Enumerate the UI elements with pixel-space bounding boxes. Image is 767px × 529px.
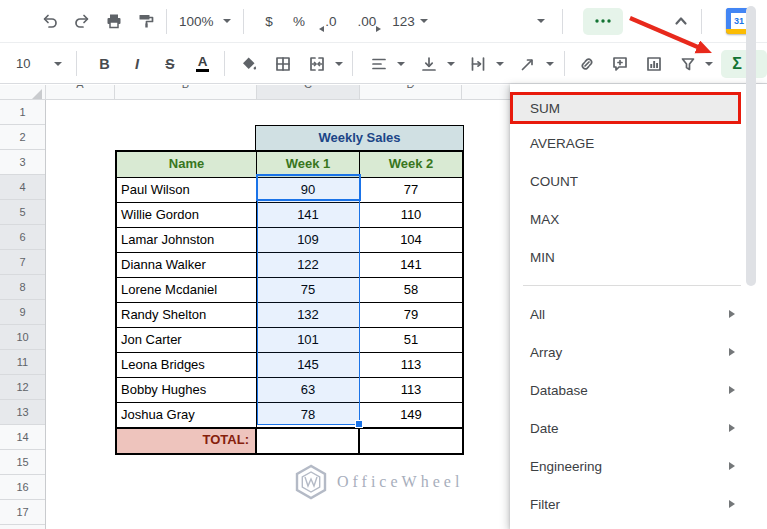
- category-menu-item[interactable]: Engineering: [510, 447, 767, 485]
- zoom-select[interactable]: 100%: [173, 6, 237, 36]
- cell-week1[interactable]: 145: [257, 353, 360, 378]
- cell-name[interactable]: Jon Carter: [117, 328, 257, 353]
- functions-button[interactable]: Σ: [721, 50, 767, 78]
- paint-format-button[interactable]: [132, 6, 160, 36]
- cell-name[interactable]: Bobby Hughes: [117, 378, 257, 403]
- cell-name[interactable]: Randy Shelton: [117, 303, 257, 328]
- cell-week2[interactable]: 113: [360, 378, 462, 403]
- row-header[interactable]: 7: [0, 250, 45, 275]
- cell-week2[interactable]: 141: [360, 253, 462, 278]
- text-color-button[interactable]: A: [189, 49, 217, 79]
- borders-button[interactable]: [269, 49, 297, 79]
- create-filter-button[interactable]: [674, 49, 702, 79]
- header-cell-week1[interactable]: Week 1: [257, 152, 360, 178]
- function-menu-item[interactable]: SUM: [510, 92, 741, 124]
- cell-week2[interactable]: 104: [360, 228, 462, 253]
- total-week1-cell[interactable]: [257, 429, 360, 453]
- category-menu-item[interactable]: All: [510, 295, 767, 333]
- table-title-cell[interactable]: Weekly Sales: [255, 125, 464, 151]
- column-header-e[interactable]: [462, 85, 510, 99]
- italic-button[interactable]: I: [123, 49, 151, 79]
- column-header-a[interactable]: A: [46, 85, 115, 99]
- cell-week2[interactable]: 149: [360, 403, 462, 428]
- row-header[interactable]: 4: [0, 175, 45, 200]
- redo-button[interactable]: [68, 6, 96, 36]
- row-header[interactable]: 8: [0, 275, 45, 300]
- insert-link-button[interactable]: [573, 49, 601, 79]
- category-menu-item[interactable]: Filter: [510, 485, 767, 523]
- row-header[interactable]: 15: [0, 450, 45, 475]
- text-rotation-button[interactable]: [514, 49, 542, 79]
- font-menu-button[interactable]: [532, 6, 550, 36]
- cell-week1[interactable]: 101: [257, 328, 360, 353]
- percent-format-button[interactable]: %: [286, 6, 312, 36]
- more-options-button[interactable]: [583, 8, 623, 35]
- category-menu-item[interactable]: Array: [510, 333, 767, 371]
- horizontal-align-button[interactable]: [365, 49, 393, 79]
- category-menu-item[interactable]: Date: [510, 409, 767, 447]
- column-header-b[interactable]: B: [115, 85, 257, 99]
- cell-week1[interactable]: 122: [257, 253, 360, 278]
- horizontal-align-menu-button[interactable]: [393, 49, 409, 79]
- select-all-corner[interactable]: [0, 85, 46, 99]
- cell-name[interactable]: Leona Bridges: [117, 353, 257, 378]
- total-label-cell[interactable]: TOTAL:: [117, 429, 257, 453]
- cell-week1[interactable]: 109: [257, 228, 360, 253]
- cell-week2[interactable]: 58: [360, 278, 462, 303]
- header-cell-name[interactable]: Name: [117, 152, 257, 178]
- cell-week1[interactable]: 132: [257, 303, 360, 328]
- text-wrap-menu-button[interactable]: [492, 49, 508, 79]
- merge-cells-button[interactable]: [303, 49, 331, 79]
- cell-week2[interactable]: 79: [360, 303, 462, 328]
- row-header[interactable]: 2: [0, 125, 45, 150]
- total-week2-cell[interactable]: [360, 429, 462, 453]
- cell-week2[interactable]: 110: [360, 203, 462, 228]
- print-button[interactable]: [100, 6, 128, 36]
- function-menu-item[interactable]: AVERAGE: [510, 124, 767, 162]
- text-rotation-menu-button[interactable]: [542, 49, 558, 79]
- cell-week2[interactable]: 113: [360, 353, 462, 378]
- row-header[interactable]: 11: [0, 350, 45, 375]
- function-menu-item[interactable]: MIN: [510, 238, 767, 276]
- cell-week2[interactable]: 51: [360, 328, 462, 353]
- increase-decimal-button[interactable]: .00: [350, 6, 384, 36]
- insert-comment-button[interactable]: [606, 49, 634, 79]
- cell-week1[interactable]: 75: [257, 278, 360, 303]
- cell-week1[interactable]: 63: [257, 378, 360, 403]
- cell-week1[interactable]: 141: [257, 203, 360, 228]
- cell-week1[interactable]: 90: [257, 178, 360, 203]
- row-header[interactable]: 17: [0, 500, 45, 525]
- menu-scrollbar-thumb[interactable]: [746, 6, 756, 286]
- header-cell-week2[interactable]: Week 2: [360, 152, 462, 178]
- row-header[interactable]: 12: [0, 375, 45, 400]
- text-wrap-button[interactable]: [465, 49, 493, 79]
- column-header-c[interactable]: C: [257, 85, 360, 99]
- row-header[interactable]: 1: [0, 100, 45, 125]
- currency-format-button[interactable]: $: [256, 6, 282, 36]
- row-header[interactable]: 14: [0, 425, 45, 450]
- row-header[interactable]: 6: [0, 225, 45, 250]
- cell-week1[interactable]: 78: [257, 403, 360, 428]
- row-header[interactable]: 3: [0, 150, 45, 175]
- undo-button[interactable]: [36, 6, 64, 36]
- number-format-button[interactable]: 123: [388, 6, 432, 36]
- column-header-d[interactable]: D: [360, 85, 462, 99]
- row-header[interactable]: 16: [0, 475, 45, 500]
- strikethrough-button[interactable]: S: [156, 49, 184, 79]
- insert-chart-button[interactable]: [640, 49, 668, 79]
- row-header[interactable]: 10: [0, 325, 45, 350]
- function-menu-item[interactable]: MAX: [510, 200, 767, 238]
- function-menu-item[interactable]: COUNT: [510, 162, 767, 200]
- cell-name[interactable]: Lamar Johnston: [117, 228, 257, 253]
- fill-color-button[interactable]: [235, 49, 263, 79]
- hide-menus-button[interactable]: [669, 6, 693, 36]
- row-header[interactable]: 9: [0, 300, 45, 325]
- merge-cells-menu-button[interactable]: [331, 49, 347, 79]
- row-header[interactable]: 13: [0, 400, 45, 425]
- cell-week2[interactable]: 77: [360, 178, 462, 203]
- cell-name[interactable]: Lorene Mcdaniel: [117, 278, 257, 303]
- cell-name[interactable]: Joshua Gray: [117, 403, 257, 428]
- vertical-align-menu-button[interactable]: [443, 49, 459, 79]
- row-header[interactable]: 5: [0, 200, 45, 225]
- filter-views-menu-button[interactable]: [702, 49, 718, 79]
